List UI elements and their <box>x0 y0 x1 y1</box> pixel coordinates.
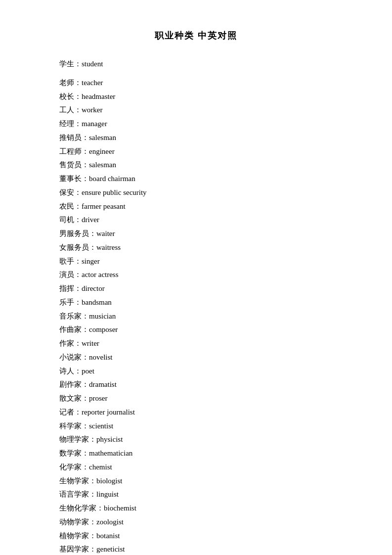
vocab-en: bandsman <box>82 298 112 306</box>
vocab-cn: 乐手： <box>59 298 82 306</box>
vocab-en: mathematician <box>89 449 132 457</box>
vocab-cn: 诗人： <box>59 367 82 375</box>
vocab-cn: 植物学家： <box>59 532 96 540</box>
vocab-item: 诗人：poet <box>59 365 333 378</box>
vocab-en: botanist <box>96 532 120 540</box>
vocab-cn: 生物化学家： <box>59 504 104 512</box>
vocab-en: composer <box>89 325 118 333</box>
vocab-en: manager <box>82 120 107 128</box>
vocab-item: 男服务员：waiter <box>59 227 333 241</box>
vocab-item: 基因学家：geneticist <box>59 543 333 555</box>
vocab-cn: 工程师： <box>59 147 89 155</box>
vocab-cn: 动物学家： <box>59 518 96 526</box>
vocab-item: 歌手：singer <box>59 255 333 269</box>
vocab-item: 生物学家：biologist <box>59 474 333 488</box>
vocab-en: salesman <box>89 161 116 169</box>
vocab-en: driver <box>82 216 99 224</box>
vocab-en: headmaster <box>82 92 115 100</box>
vocab-cn: 司机： <box>59 216 82 224</box>
vocab-item: 音乐家：musician <box>59 310 333 324</box>
vocab-en: actor actress <box>82 271 119 278</box>
vocab-en: proser <box>89 394 108 402</box>
vocab-en: director <box>82 284 105 292</box>
vocab-cn: 董事长： <box>59 175 89 183</box>
vocab-item: 乐手：bandsman <box>59 296 333 310</box>
vocab-en: student <box>82 60 103 68</box>
vocab-item: 女服务员：waitress <box>59 241 333 255</box>
vocab-cn: 学生： <box>59 60 82 68</box>
vocab-cn: 作家： <box>59 339 82 347</box>
vocab-item: 化学家：chemist <box>59 461 333 474</box>
vocab-cn: 生物学家： <box>59 477 96 485</box>
vocab-list: 学生：student老师：teacher校长：headmaster工人：work… <box>59 57 333 555</box>
vocab-cn: 推销员： <box>59 134 89 141</box>
vocab-item: 作曲家：composer <box>59 323 333 337</box>
vocab-cn: 指挥： <box>59 284 82 292</box>
vocab-en: linguist <box>96 490 119 498</box>
vocab-item: 售货员：salesman <box>59 158 333 172</box>
vocab-item: 植物学家：botanist <box>59 529 333 543</box>
vocab-en: chemist <box>89 463 112 471</box>
vocab-en: geneticist <box>96 545 125 553</box>
vocab-en: dramatist <box>89 380 117 388</box>
vocab-item: 推销员：salesman <box>59 131 333 145</box>
vocab-cn: 散文家： <box>59 394 89 402</box>
vocab-cn: 语言学家： <box>59 490 96 498</box>
vocab-en: zoologist <box>96 518 124 526</box>
vocab-cn: 售货员： <box>59 161 89 169</box>
vocab-item: 语言学家：linguist <box>59 488 333 502</box>
vocab-item: 老师：teacher <box>59 76 333 90</box>
vocab-item: 生物化学家：biochemist <box>59 502 333 515</box>
vocab-cn: 歌手： <box>59 257 82 265</box>
vocab-item: 作家：writer <box>59 337 333 351</box>
vocab-en: physicist <box>96 435 123 443</box>
vocab-item: 记者：reporter journalist <box>59 406 333 419</box>
vocab-cn: 经理： <box>59 120 82 128</box>
page-title: 职业种类 中英对照 <box>59 30 333 42</box>
vocab-item: 散文家：proser <box>59 392 333 406</box>
vocab-en: novelist <box>89 353 113 361</box>
vocab-en: waiter <box>96 230 115 237</box>
vocab-cn: 物理学家： <box>59 435 96 443</box>
vocab-item: 学生：student <box>59 57 333 71</box>
vocab-item: 剧作家：dramatist <box>59 378 333 392</box>
vocab-cn: 男服务员： <box>59 230 96 237</box>
vocab-item: 校长：headmaster <box>59 90 333 104</box>
vocab-item: 科学家：scientist <box>59 419 333 433</box>
vocab-cn: 校长： <box>59 92 82 100</box>
vocab-en: poet <box>82 367 94 375</box>
vocab-item: 董事长：board chairman <box>59 172 333 186</box>
vocab-en: engineer <box>89 147 115 155</box>
vocab-en: biochemist <box>104 504 136 512</box>
vocab-item: 司机：driver <box>59 213 333 227</box>
vocab-cn: 女服务员： <box>59 243 96 251</box>
vocab-en: writer <box>82 339 99 347</box>
vocab-cn: 记者： <box>59 408 82 416</box>
vocab-item: 数学家：mathematician <box>59 447 333 461</box>
vocab-cn: 基因学家： <box>59 545 96 553</box>
vocab-en: biologist <box>96 477 123 485</box>
vocab-en: salesman <box>89 134 116 141</box>
vocab-cn: 化学家： <box>59 463 89 471</box>
vocab-cn: 小说家： <box>59 353 89 361</box>
vocab-item: 演员：actor actress <box>59 268 333 282</box>
vocab-cn: 工人： <box>59 106 82 114</box>
vocab-en: waitress <box>96 243 121 251</box>
vocab-en: ensure public security <box>82 188 147 196</box>
vocab-item: 工人：worker <box>59 103 333 117</box>
vocab-cn: 保安： <box>59 188 82 196</box>
vocab-cn: 演员： <box>59 271 82 278</box>
vocab-item: 经理：manager <box>59 117 333 131</box>
vocab-cn: 农民： <box>59 202 82 210</box>
vocab-item: 小说家：novelist <box>59 351 333 365</box>
vocab-item: 农民：farmer peasant <box>59 200 333 214</box>
vocab-item: 动物学家：zoologist <box>59 515 333 529</box>
vocab-item: 指挥：director <box>59 282 333 296</box>
vocab-en: board chairman <box>89 175 135 183</box>
vocab-en: musician <box>89 312 116 320</box>
vocab-item: 物理学家：physicist <box>59 433 333 447</box>
vocab-en: teacher <box>82 79 103 87</box>
vocab-cn: 数学家： <box>59 449 89 457</box>
vocab-en: reporter journalist <box>82 408 135 416</box>
vocab-cn: 作曲家： <box>59 325 89 333</box>
